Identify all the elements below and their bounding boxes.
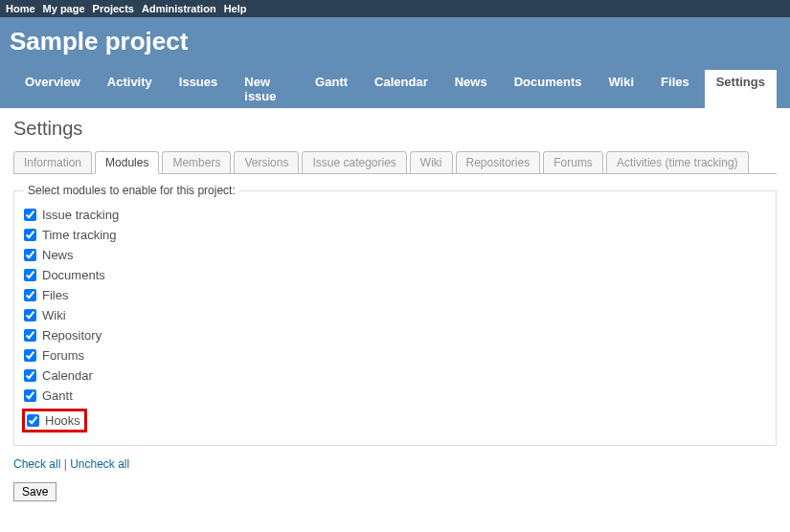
module-item: Hooks — [24, 406, 766, 435]
module-item: Gantt — [24, 386, 766, 406]
module-label: Issue tracking — [42, 208, 119, 222]
tab-documents[interactable]: Documents — [503, 70, 594, 108]
module-item: Calendar — [24, 366, 766, 386]
top-menu-my-page[interactable]: My page — [43, 3, 85, 14]
subtab-issue-categories[interactable]: Issue categories — [302, 151, 406, 174]
module-checkbox-forums[interactable] — [24, 349, 36, 362]
module-checkbox-repository[interactable] — [24, 329, 36, 342]
subtab-activities-time-tracking-[interactable]: Activities (time tracking) — [606, 151, 749, 174]
tab-issues[interactable]: Issues — [168, 70, 229, 108]
module-label: Calendar — [42, 368, 93, 383]
module-label: News — [42, 248, 74, 262]
module-checkbox-documents[interactable] — [24, 269, 36, 281]
subtab-modules[interactable]: Modules — [95, 151, 159, 174]
module-checkbox-issue-tracking[interactable] — [24, 209, 36, 221]
module-item: Repository — [24, 325, 766, 345]
settings-sub-tabs: InformationModulesMembersVersionsIssue c… — [13, 151, 777, 174]
subtab-forums[interactable]: Forums — [543, 151, 603, 174]
top-menu-help[interactable]: Help — [224, 3, 247, 14]
module-checkbox-hooks[interactable] — [27, 413, 39, 428]
module-item: Wiki — [24, 305, 766, 325]
top-menu-home[interactable]: Home — [6, 3, 35, 14]
module-item: Documents — [24, 265, 766, 285]
tab-files[interactable]: Files — [649, 70, 701, 108]
check-all-link[interactable]: Check all — [13, 457, 60, 471]
tab-gantt[interactable]: Gantt — [304, 70, 359, 108]
save-button[interactable]: Save — [13, 482, 56, 501]
subtab-repositories[interactable]: Repositories — [456, 151, 541, 174]
modules-fieldset: Select modules to enable for this projec… — [13, 184, 777, 446]
module-item: Issue tracking — [24, 205, 766, 225]
top-menu: HomeMy pageProjectsAdministrationHelp — [0, 0, 790, 17]
module-label: Forums — [42, 348, 84, 363]
tab-wiki[interactable]: Wiki — [597, 70, 645, 108]
tab-settings[interactable]: Settings — [705, 70, 777, 108]
module-checkbox-calendar[interactable] — [24, 369, 36, 382]
header: Sample project OverviewActivityIssuesNew… — [0, 17, 790, 108]
module-label: Hooks — [45, 413, 80, 428]
module-label: Repository — [42, 328, 102, 343]
tab-calendar[interactable]: Calendar — [363, 70, 440, 108]
uncheck-all-link[interactable]: Uncheck all — [70, 457, 129, 471]
module-checkbox-gantt[interactable] — [24, 389, 36, 402]
content: Settings InformationModulesMembersVersio… — [0, 108, 790, 511]
tab-overview[interactable]: Overview — [13, 70, 92, 108]
module-item: Time tracking — [24, 225, 766, 245]
tab-activity[interactable]: Activity — [96, 70, 164, 108]
subtab-members[interactable]: Members — [162, 151, 231, 174]
module-checkbox-wiki[interactable] — [24, 309, 36, 321]
highlight-box: Hooks — [22, 409, 87, 432]
module-checkbox-time-tracking[interactable] — [24, 229, 36, 241]
module-item: Files — [24, 285, 766, 305]
tab-new-issue[interactable]: New issue — [233, 70, 300, 108]
module-label: Documents — [42, 268, 105, 282]
top-menu-administration[interactable]: Administration — [142, 3, 216, 14]
fieldset-legend: Select modules to enable for this projec… — [24, 184, 239, 197]
module-checkbox-news[interactable] — [24, 249, 36, 261]
subtab-wiki[interactable]: Wiki — [410, 151, 453, 174]
module-label: Time tracking — [42, 228, 117, 242]
top-menu-projects[interactable]: Projects — [93, 3, 134, 14]
main-tabs: OverviewActivityIssuesNew issueGanttCale… — [10, 70, 780, 108]
module-item: Forums — [24, 345, 766, 366]
module-label: Wiki — [42, 308, 66, 322]
subtab-information[interactable]: Information — [13, 151, 92, 174]
tab-news[interactable]: News — [443, 70, 499, 108]
module-item: News — [24, 245, 766, 265]
check-links: Check all | Uncheck all — [13, 457, 777, 471]
module-label: Gantt — [42, 388, 73, 403]
module-checkbox-files[interactable] — [24, 289, 36, 301]
project-title: Sample project — [10, 21, 780, 70]
module-label: Files — [42, 288, 68, 302]
page-title: Settings — [13, 118, 777, 140]
subtab-versions[interactable]: Versions — [234, 151, 299, 174]
